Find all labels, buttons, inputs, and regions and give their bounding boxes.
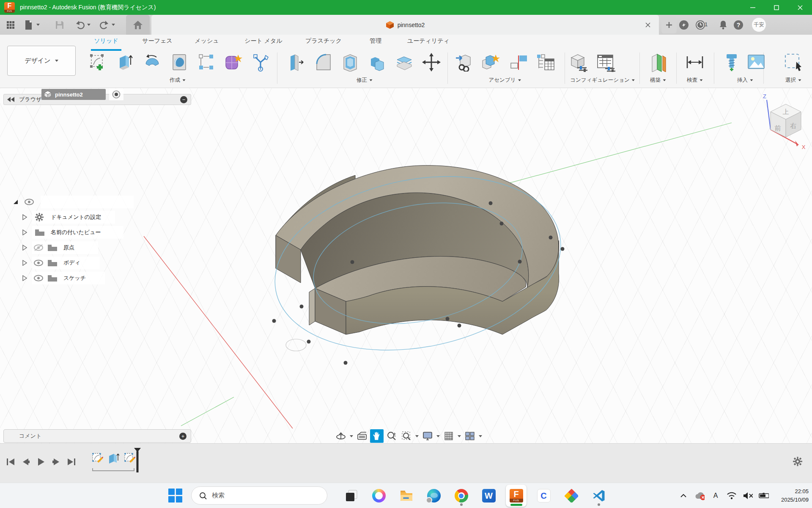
workspace-selector[interactable]: デザイン (7, 46, 76, 76)
group-insert-menu[interactable]: 挿入 (737, 77, 753, 84)
help-button[interactable]: ? (733, 20, 743, 30)
job-status-button[interactable] (695, 20, 705, 30)
browser-root-item[interactable]: pinnsetto2 (41, 89, 106, 100)
orbit-button[interactable] (334, 429, 348, 443)
comment-bar[interactable]: コメント + (3, 429, 191, 443)
orbit-caret[interactable] (349, 429, 354, 443)
save-button[interactable] (52, 18, 67, 32)
insert-fastener-button[interactable] (721, 52, 742, 73)
new-document-tab-button[interactable] (661, 17, 677, 33)
browser-item-origin[interactable]: 原点 (0, 241, 74, 254)
timeline-playhead[interactable] (134, 448, 141, 472)
zoom-window-caret[interactable] (414, 429, 420, 443)
user-avatar[interactable]: 千安 (752, 18, 766, 32)
viewports-caret[interactable] (478, 429, 483, 443)
group-create-menu[interactable]: 作成 (170, 77, 186, 84)
tab-surface[interactable]: サーフェス (142, 37, 172, 45)
browser-minimize-button[interactable]: − (180, 96, 187, 103)
bom-button[interactable] (535, 52, 556, 73)
browser-item-document-settings[interactable]: ドキュメントの設定 (0, 211, 101, 224)
onedrive-status-button[interactable] (694, 491, 705, 501)
configuration-table-button[interactable] (595, 52, 616, 73)
minimize-button[interactable] (741, 0, 765, 15)
tweezers-body[interactable] (276, 166, 559, 334)
offset-face-button[interactable] (394, 52, 414, 73)
undo-caret[interactable] (85, 18, 92, 32)
extensions-button[interactable] (679, 20, 689, 30)
chrome-button[interactable] (447, 485, 475, 507)
insert-derive-button[interactable] (453, 52, 474, 73)
grid-settings-caret[interactable] (457, 429, 462, 443)
vscode-button[interactable] (585, 485, 612, 507)
document-tab[interactable]: pinnsetto2 (386, 21, 425, 29)
expand-closed-icon[interactable] (22, 245, 27, 251)
grid-settings-button[interactable] (442, 429, 455, 443)
display-settings-button[interactable] (421, 429, 434, 443)
photos-button[interactable] (557, 485, 585, 507)
tab-sheet-metal[interactable]: シート メタル (244, 37, 283, 45)
volume-button[interactable] (743, 491, 753, 501)
hole-button[interactable] (169, 52, 189, 73)
wifi-button[interactable] (727, 491, 737, 501)
view-cube[interactable]: 上 前 右 Z X (756, 92, 812, 152)
file-explorer-button[interactable] (392, 485, 420, 507)
fusion-taskbar-button[interactable]: F FUS (502, 485, 530, 507)
redo-button[interactable] (97, 18, 112, 32)
create-form-button[interactable] (223, 52, 244, 73)
undo-button[interactable] (73, 18, 87, 32)
taskbar-search[interactable]: 検索 (191, 486, 327, 505)
start-button[interactable] (168, 489, 183, 503)
home-button[interactable] (126, 15, 150, 35)
visibility-eye-icon[interactable] (25, 199, 34, 205)
notifications-button[interactable] (718, 20, 728, 30)
visibility-eye-icon[interactable] (34, 260, 43, 266)
timeline-step-forward-button[interactable] (50, 456, 63, 468)
viewports-button[interactable] (463, 429, 477, 443)
clipchamp-button[interactable]: C (530, 485, 557, 507)
browser-item-sketches[interactable]: スケッチ (0, 272, 86, 284)
joint-button[interactable] (508, 52, 529, 73)
measure-button[interactable] (685, 52, 705, 73)
shell-button[interactable] (340, 52, 360, 73)
ime-indicator[interactable]: A (710, 491, 721, 501)
battery-button[interactable] (759, 491, 769, 501)
press-pull-button[interactable] (286, 52, 306, 73)
tray-chevron-button[interactable] (678, 491, 689, 501)
insert-canvas-button[interactable] (746, 52, 766, 73)
timeline-play-button[interactable] (35, 456, 47, 468)
revolve-button[interactable] (142, 52, 162, 73)
tab-solid[interactable]: ソリッド (94, 37, 118, 45)
document-tab-close-button[interactable] (643, 20, 653, 30)
copilot-button[interactable] (365, 485, 392, 507)
display-settings-caret[interactable] (436, 429, 441, 443)
close-button[interactable] (788, 0, 812, 15)
timeline-go-to-start-button[interactable] (4, 456, 17, 468)
redo-caret[interactable] (110, 18, 117, 32)
taskbar-clock[interactable]: 22:05 2025/10/09 (775, 487, 809, 504)
look-at-button[interactable] (355, 429, 369, 443)
expand-closed-icon[interactable] (22, 214, 27, 220)
create-sketch-button[interactable] (88, 52, 108, 73)
expand-closed-icon[interactable] (22, 229, 27, 235)
tab-manage[interactable]: 管理 (370, 37, 381, 45)
word-button[interactable]: W (475, 485, 502, 507)
generative-design-button[interactable] (250, 52, 271, 73)
browser-root-row[interactable] (0, 196, 34, 208)
activate-component-radio[interactable] (109, 88, 123, 100)
tab-utilities[interactable]: ユーティリティ (407, 37, 450, 45)
tab-plastic[interactable]: プラスチック (305, 37, 342, 45)
tab-mesh[interactable]: メッシュ (195, 37, 219, 45)
timeline-settings-button[interactable] (793, 456, 803, 468)
construct-plane-button[interactable] (648, 52, 668, 73)
pattern-button[interactable] (196, 52, 217, 73)
timeline-go-to-end-button[interactable] (65, 456, 78, 468)
maximize-button[interactable] (765, 0, 788, 15)
visibility-off-icon[interactable] (34, 244, 43, 251)
group-configuration-menu[interactable]: コンフィギュレーション (570, 77, 635, 84)
extrude-button[interactable] (115, 52, 135, 73)
timeline-feature-sketch1[interactable] (91, 451, 104, 465)
expand-closed-icon[interactable] (22, 260, 27, 266)
timeline-feature-extrude[interactable] (107, 451, 120, 465)
move-copy-button[interactable] (421, 52, 442, 73)
edge-button[interactable] (420, 485, 447, 507)
